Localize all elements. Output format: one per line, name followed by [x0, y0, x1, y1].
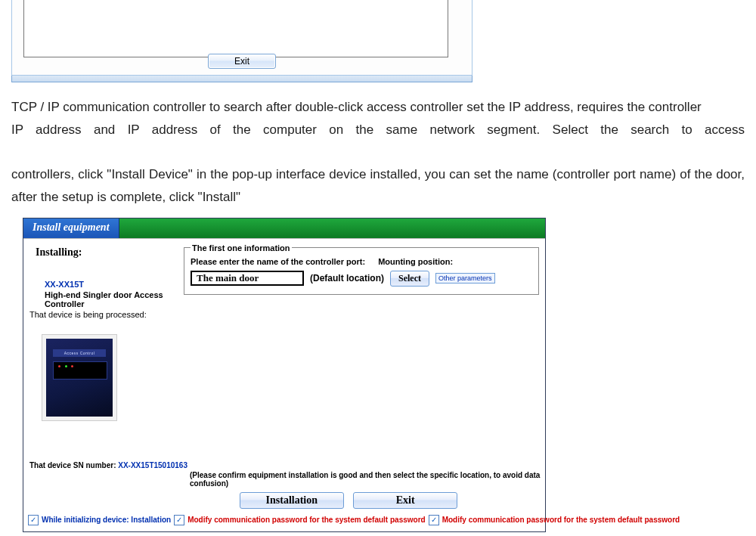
install-equipment-dialog: Install equipment Installing: XX-XX15T H…	[23, 218, 546, 532]
sn-label: That device SN number:	[29, 461, 116, 469]
first-one-fieldset: The first one information Please enter t…	[184, 243, 539, 295]
modify-comm-password-label-1: Modify communication password for the sy…	[187, 516, 426, 524]
titlebar-fill	[119, 218, 545, 238]
select-location-button[interactable]: Select	[390, 271, 429, 287]
inner-frame	[23, 0, 448, 57]
enter-name-label: Please enter the name of the controller …	[191, 257, 365, 266]
dialog-footer-bar	[11, 76, 472, 82]
thumbnail-panel	[53, 361, 107, 380]
modify-comm-password-label-2: Modify communication password for the sy…	[442, 516, 680, 524]
search-dialog-fragment: Exit	[11, 0, 472, 82]
paragraph-2b: controllers, click "Install Device" in t…	[11, 163, 745, 209]
dialog-title: Install equipment	[23, 218, 119, 238]
paragraph-1: TCP / IP communication controller to sea…	[11, 96, 745, 119]
initialize-device-label: While initializing device: Installation	[42, 516, 171, 524]
fieldset-legend: The first one information	[191, 243, 292, 253]
checkbox-row: While initializing device: Installation …	[23, 512, 545, 531]
dialog-body: Exit	[11, 0, 472, 76]
led-icon	[65, 365, 67, 367]
right-pane: The first one information Please enter t…	[182, 239, 545, 458]
mounting-position-label: Mounting position:	[378, 257, 453, 266]
default-location-label: (Default location)	[310, 273, 384, 283]
led-icon	[58, 365, 60, 367]
controller-port-name-input[interactable]	[191, 271, 304, 286]
left-pane: Installing: XX-XX15T High-end Singler do…	[23, 239, 182, 458]
document-text: TCP / IP communication controller to sea…	[11, 96, 745, 209]
device-model: XX-XX15T	[45, 280, 176, 289]
exit-button[interactable]: Exit	[353, 492, 457, 509]
install-warning: (Please confirm equipment installation i…	[23, 469, 545, 491]
paragraph-2a: IP address and IP address of the compute…	[11, 119, 745, 164]
initialize-device-checkbox[interactable]	[28, 515, 39, 525]
thumbnail-label: Access Control	[53, 349, 106, 357]
other-parameters-link[interactable]: Other parameters	[435, 273, 495, 283]
installing-header: Installing:	[36, 246, 176, 259]
processed-label: That device is being processed:	[29, 310, 176, 319]
modify-comm-password-checkbox-2[interactable]	[429, 515, 439, 525]
exit-button[interactable]: Exit	[208, 54, 276, 69]
modify-comm-password-checkbox-1[interactable]	[174, 515, 184, 525]
dialog-titlebar: Install equipment	[23, 218, 545, 238]
installation-button[interactable]: Installation	[240, 492, 344, 509]
device-description: High-end Singler door Access Controller	[45, 290, 176, 308]
sn-row: That device SN number: XX-XX15T15010163	[23, 458, 545, 469]
sn-value: XX-XX15T15010163	[118, 461, 187, 469]
device-thumbnail: Access Control	[42, 334, 117, 421]
